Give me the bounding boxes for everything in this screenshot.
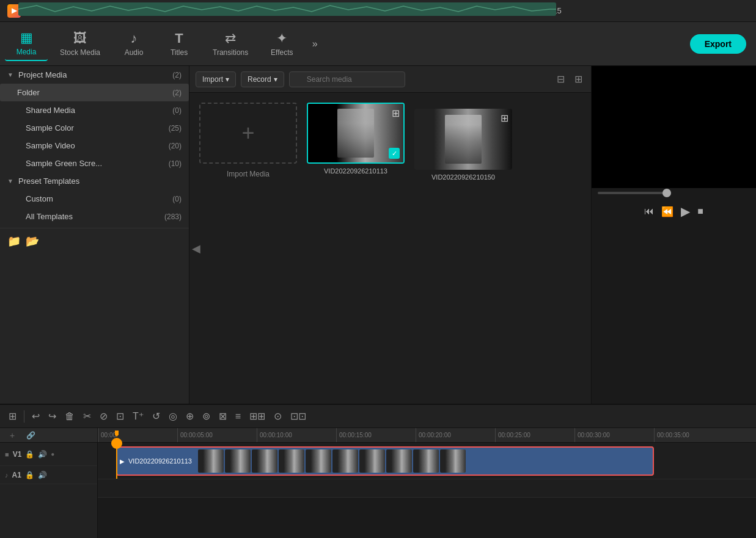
video-track-block[interactable]: ▶ VID20220926210113 [116, 446, 654, 476]
tl-add-track-btn[interactable]: + [5, 428, 20, 443]
record-dropdown-icon: ▾ [274, 75, 277, 84]
sidebar-sample-video[interactable]: Sample Video (20) [0, 137, 189, 154]
audio-icon: ♪ [131, 31, 138, 46]
preview-slider[interactable] [598, 192, 671, 194]
search-input[interactable] [289, 71, 405, 87]
sidebar-project-media-label: Project Media [18, 70, 172, 79]
tl-undo-btn[interactable]: ↩ [28, 408, 43, 424]
tl-deselect-btn[interactable]: ⊘ [96, 408, 111, 424]
sidebar-all-templates[interactable]: All Templates (283) [0, 208, 189, 225]
toolbar-audio[interactable]: ♪ Audio [112, 27, 155, 60]
timeline-content: + 🔗 ■ V1 🔒 🔊 ● ♪ A1 🔒 🔊 00:00 00:0 [0, 428, 756, 538]
toolbar-transitions[interactable]: ⇄ Transitions [203, 27, 258, 60]
tl-grid-btn[interactable]: ⊞ [5, 408, 20, 424]
track-v1-eye[interactable]: ● [51, 451, 54, 457]
toolbar-titles-label: Titles [171, 48, 188, 57]
sidebar-project-media[interactable]: ▼ Project Media (2) [0, 66, 189, 84]
sidebar-shared-media-count: (0) [172, 106, 182, 115]
toolbar-titles[interactable]: T Titles [158, 27, 200, 60]
tl-mask-btn[interactable]: ⊚ [199, 408, 214, 424]
sidebar-project-media-section: ▼ Project Media (2) Folder (2) Shared Me… [0, 66, 189, 172]
media-item-1[interactable]: ⊞ ✓ VID20220926210113 [307, 103, 405, 181]
titles-icon: T [175, 31, 183, 46]
track-thumb-mini-8 [386, 449, 412, 473]
prev-frame-button[interactable]: ⏮ [644, 206, 654, 217]
import-media-label: Import Media [227, 170, 270, 178]
smart-folder-icon[interactable]: 📂 [26, 234, 39, 248]
tl-delete-btn[interactable]: 🗑 [61, 409, 78, 424]
tl-color-btn[interactable]: ◎ [165, 408, 181, 424]
effects-icon: ✦ [276, 31, 287, 46]
plus-icon: + [241, 120, 254, 146]
track-thumb-mini-1 [198, 449, 224, 473]
preview-controls: ⏮ ⏪ ▶ ■ [638, 198, 710, 225]
toolbar-effects-label: Effects [271, 48, 293, 57]
import-label: Import [202, 75, 223, 84]
sidebar-shared-media-label: Shared Media [26, 106, 172, 115]
track-v1-lock[interactable]: 🔒 [25, 450, 34, 459]
sidebar-custom[interactable]: Custom (0) [0, 190, 189, 208]
video-grid-icon-2: ⊞ [501, 112, 508, 124]
tl-stabilize-btn[interactable]: ⊠ [215, 408, 230, 424]
arrow-icon: ▼ [7, 71, 16, 78]
tl-audio-btn[interactable]: ⊞⊞ [246, 408, 269, 424]
export-button[interactable]: Export [690, 34, 746, 54]
ruler-mark-5: 00:00:25:00 [495, 428, 530, 442]
toolbar-media[interactable]: ▦ Media [5, 26, 48, 61]
track-a1-audio[interactable]: 🔊 [38, 471, 47, 479]
main-toolbar: ▦ Media 🖼 Stock Media ♪ Audio T Titles ⇄… [0, 22, 756, 66]
tl-keyframe-btn[interactable]: ≡ [232, 409, 244, 424]
toolbar-effects[interactable]: ✦ Effects [260, 27, 303, 60]
tl-pip-btn[interactable]: ⊕ [182, 408, 197, 424]
track-v1-number: ■ [5, 451, 9, 458]
tl-speed-btn[interactable]: ⊙ [270, 408, 285, 424]
sidebar-folder-label: Folder [17, 88, 172, 97]
sidebar-shared-media[interactable]: Shared Media (0) [0, 101, 189, 119]
record-button[interactable]: Record ▾ [241, 71, 284, 87]
import-media-item[interactable]: + Import Media [199, 103, 297, 181]
tl-link-btn[interactable]: 🔗 [23, 428, 38, 443]
sidebar-sample-green[interactable]: Sample Green Scre... (10) [0, 154, 189, 172]
track-thumb-mini-10 [440, 449, 466, 473]
media-item-2[interactable]: ⊞ VID20220926210150 [414, 109, 512, 181]
ruler-mark-7: 00:00:35:00 [654, 428, 689, 442]
tl-rotate-btn[interactable]: ↺ [149, 408, 164, 424]
sidebar-preset-templates-section: ▼ Preset Templates Custom (0) All Templa… [0, 172, 189, 225]
media-prev-arrow[interactable]: ◀ [192, 242, 200, 255]
tl-text-btn[interactable]: T⁺ [129, 408, 147, 424]
sidebar-custom-count: (0) [172, 195, 182, 203]
track-v1-audio[interactable]: 🔊 [38, 450, 47, 459]
video-track-block-label: VID20220926210113 [125, 457, 196, 465]
toolbar-stock-media[interactable]: 🖼 Stock Media [50, 27, 110, 60]
sidebar-project-media-count: (2) [172, 71, 182, 79]
play-button[interactable]: ▶ [681, 204, 690, 219]
sidebar-folder[interactable]: Folder (2) [0, 84, 189, 101]
video-track-row: ▶ VID20220926210113 [98, 443, 756, 479]
media-toolbar: Import ▾ Record ▾ 🔍 ⊟ ⊞ [189, 66, 591, 93]
tl-redo-btn[interactable]: ↪ [45, 408, 60, 424]
playhead[interactable] [116, 443, 117, 479]
audio-track-row [98, 479, 756, 498]
filter-icon[interactable]: ⊟ [554, 71, 567, 87]
grid-view-icon[interactable]: ⊞ [572, 71, 585, 87]
sidebar-custom-label: Custom [26, 194, 172, 203]
tl-crop-btn[interactable]: ⊡ [112, 408, 128, 424]
toolbar-stock-label: Stock Media [60, 48, 100, 57]
timeline-ruler: 00:00 00:00:05:00 00:00:10:00 00:00:15:0… [98, 428, 756, 443]
ruler-mark-6: 00:00:30:00 [574, 428, 610, 442]
import-button[interactable]: Import ▾ [196, 71, 236, 87]
sidebar-sample-color-count: (25) [169, 124, 182, 133]
sidebar-preset-templates[interactable]: ▼ Preset Templates [0, 172, 189, 190]
tl-split-btn[interactable]: ⊡⊡ [287, 408, 310, 424]
track-a1-note: ♪ [5, 471, 9, 479]
stop-button[interactable]: ■ [697, 206, 703, 217]
step-back-button[interactable]: ⏪ [661, 206, 673, 217]
preview-slider-knob [662, 189, 671, 197]
toolbar-more-btn[interactable]: » [306, 35, 324, 53]
record-label: Record [248, 75, 271, 84]
media-icon: ▦ [20, 30, 33, 46]
sidebar-sample-color[interactable]: Sample Color (25) [0, 119, 189, 137]
tl-cut-btn[interactable]: ✂ [79, 408, 95, 424]
new-folder-icon[interactable]: 📁 [7, 234, 21, 248]
track-a1-lock[interactable]: 🔒 [25, 471, 34, 479]
